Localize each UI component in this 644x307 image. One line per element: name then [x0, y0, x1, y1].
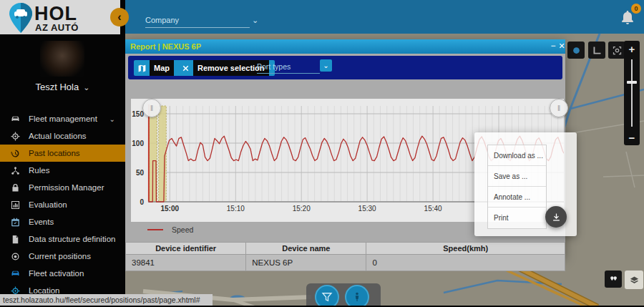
app-root: Térképadatok ©2017 Google Általános Szer…: [0, 0, 644, 307]
poi-markers-icon[interactable]: [605, 271, 622, 288]
company-dropdown[interactable]: Company: [145, 14, 250, 28]
sidebar-item-label: Events: [29, 218, 54, 226]
range-slider-right-handle[interactable]: ‖: [550, 99, 568, 117]
calendar-icon: [10, 217, 21, 228]
bar-chart-icon: [10, 200, 21, 210]
car-icon: [10, 114, 21, 125]
notification-badge: 0: [631, 4, 641, 14]
legend-line-swatch: [147, 229, 163, 230]
svg-text:0: 0: [140, 198, 144, 206]
sidebar-item-label: Permission Manager: [29, 183, 104, 192]
sidebar-item-evaluation[interactable]: Evaluation: [0, 196, 125, 213]
app-logo: HOL AZ AUTÓ: [0, 0, 120, 34]
map-tool-button[interactable]: [567, 42, 585, 59]
zoom-slider-track[interactable]: [631, 59, 633, 127]
map-button[interactable]: Map: [134, 60, 180, 76]
sidebar-item-data-structure-definition[interactable]: Data structure definition: [0, 230, 125, 248]
measure-icon[interactable]: [588, 42, 605, 59]
device-table: Device identifierDevice nameSpeed(kmh) 3…: [125, 242, 565, 271]
report-window-header[interactable]: Report | NEXUS 6P − ✕: [125, 39, 565, 54]
range-slider-left-handle[interactable]: ‖: [142, 99, 161, 117]
filter-button[interactable]: [315, 285, 339, 307]
rules-icon: [10, 165, 21, 176]
download-button[interactable]: [545, 206, 567, 228]
port-types-label: Port types: [257, 62, 291, 71]
chart-legend[interactable]: Speed: [147, 225, 193, 234]
logo-pin-icon: [9, 2, 33, 34]
table-header-speed-kmh: Speed(kmh): [366, 243, 565, 255]
sidebar-item-label: Past locations: [29, 149, 80, 157]
zoom-in-button[interactable]: +: [624, 41, 640, 57]
table-cell: 0: [366, 255, 565, 271]
sidebar: HOL AZ AUTÓ ‹ Teszt Hola⌄ Fleet manageme…: [0, 0, 125, 307]
lock-icon: [10, 182, 21, 193]
sidebar-item-past-locations[interactable]: Past locations: [0, 145, 125, 162]
dropdown-chevron-button[interactable]: ⌄: [320, 59, 332, 72]
sidebar-item-rules[interactable]: Rules: [0, 162, 125, 179]
user-name: Teszt Hola: [36, 82, 79, 92]
pegman-button[interactable]: [345, 285, 369, 307]
minimize-button[interactable]: −: [549, 41, 557, 51]
sidebar-item-permission-manager[interactable]: Permission Manager: [0, 179, 125, 196]
logo-text-line2: AZ AUTÓ: [35, 22, 79, 33]
sidebar-item-events[interactable]: Events: [0, 213, 125, 230]
context-menu-item-print[interactable]: Print: [488, 208, 546, 228]
table-header-device-identifier: Device identifier: [126, 243, 246, 255]
zoom-selection-icon[interactable]: [608, 42, 625, 59]
chevron-down-icon: ⌄: [252, 16, 258, 25]
status-bar-url: teszt.holazauto.hu/fleet/secured/positio…: [0, 294, 213, 306]
sidebar-menu: Fleet management⌄Actual locationsPast lo…: [0, 110, 125, 299]
table-cell: 39841: [126, 255, 246, 271]
svg-text:15:20: 15:20: [293, 205, 311, 213]
map-quick-tools: [306, 283, 381, 307]
car-icon: [10, 268, 21, 279]
close-button[interactable]: ✕: [557, 42, 566, 51]
svg-text:15:10: 15:10: [227, 205, 245, 213]
layers-icon[interactable]: [625, 271, 643, 289]
sidebar-collapse-button[interactable]: ‹: [110, 8, 129, 26]
company-dropdown-label: Company: [145, 16, 179, 24]
map-zoom-control[interactable]: + −: [624, 41, 640, 145]
svg-text:50: 50: [136, 169, 145, 177]
zoom-out-button[interactable]: −: [624, 130, 640, 145]
context-menu-item-save-as[interactable]: Save as ...: [488, 166, 546, 187]
svg-text:15:40: 15:40: [424, 205, 442, 213]
sidebar-item-actual-locations[interactable]: Actual locations: [0, 127, 125, 145]
sidebar-item-label: Fleet activation: [29, 269, 84, 278]
document-icon: [10, 234, 21, 245]
context-menu-item-annotate[interactable]: Annotate ...: [488, 187, 546, 208]
legend-label: Speed: [172, 225, 193, 234]
top-bar: Company ⌄ 0: [120, 0, 644, 34]
sidebar-item-label: Fleet management: [29, 114, 97, 123]
report-window-title: Report | NEXUS 6P: [130, 42, 201, 51]
context-menu-item-download-as[interactable]: Download as ...: [488, 145, 546, 166]
history-icon: [10, 148, 21, 159]
target-icon: [10, 131, 21, 142]
chevron-down-icon: ⌄: [83, 83, 89, 92]
position-icon: [10, 251, 21, 262]
table-row[interactable]: 39841NEXUS 6P0: [126, 255, 565, 271]
sidebar-item-fleet-activation[interactable]: Fleet activation: [0, 265, 125, 282]
chevron-down-icon: ⌄: [109, 115, 115, 123]
zoom-slider-handle[interactable]: [627, 81, 637, 84]
sidebar-item-fleet-management[interactable]: Fleet management⌄: [0, 110, 125, 127]
sidebar-item-label: Data structure definition: [29, 235, 115, 243]
map-icon: [134, 60, 150, 76]
x-mark-icon: [177, 60, 193, 76]
map-button-label: Map: [150, 60, 174, 76]
port-types-dropdown[interactable]: Port types: [257, 60, 320, 74]
svg-text:15:00: 15:00: [161, 205, 180, 213]
funnel-icon: [321, 291, 333, 303]
sidebar-item-current-positions[interactable]: Current positions: [0, 248, 125, 265]
download-icon: [551, 212, 562, 223]
sidebar-item-label: Current positions: [29, 252, 91, 260]
sidebar-item-label: Rules: [29, 166, 49, 175]
context-menu-list: Download as ...Save as ...Annotate ...Pr…: [487, 145, 547, 229]
svg-text:100: 100: [132, 140, 144, 147]
table-header-device-name: Device name: [246, 243, 366, 255]
table-header-row: Device identifierDevice nameSpeed(kmh): [126, 243, 565, 255]
user-avatar: [40, 41, 84, 77]
sidebar-item-label: Actual locations: [29, 132, 87, 140]
pegman-icon: [351, 291, 364, 303]
user-menu[interactable]: Teszt Hola⌄: [0, 82, 125, 92]
